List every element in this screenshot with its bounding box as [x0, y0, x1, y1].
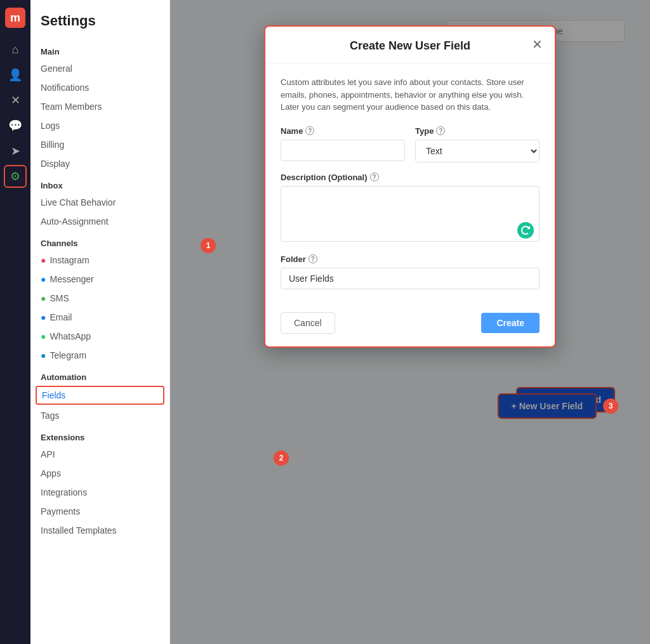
settings-nav-icon[interactable]: ⚙ [4, 165, 27, 188]
modal-header: Create New User Field ✕ [265, 27, 555, 63]
modal-description: Custom attributes let you save info abou… [281, 76, 540, 114]
nav-api[interactable]: API [30, 445, 169, 464]
nav-email[interactable]: ●Email [30, 308, 169, 327]
section-automation: Automation [30, 365, 169, 384]
form-row-name-type: Name ? Type ? Text Number [281, 126, 540, 162]
integrations-icon[interactable]: ✕ [4, 89, 27, 112]
description-textarea[interactable] [281, 186, 540, 242]
create-button[interactable]: Create [481, 313, 540, 333]
send-icon[interactable]: ➤ [4, 140, 27, 162]
cancel-button[interactable]: Cancel [281, 312, 335, 334]
name-help-icon[interactable]: ? [305, 126, 314, 135]
nav-general[interactable]: General [30, 59, 169, 78]
section-extensions: Extensions [30, 425, 169, 445]
annotation-1: 1 [201, 238, 216, 253]
nav-billing[interactable]: Billing [30, 135, 169, 154]
folder-help-icon[interactable]: ? [308, 254, 317, 263]
nav-instagram[interactable]: ●Instagram [30, 251, 169, 270]
textarea-wrapper [281, 186, 540, 244]
nav-notifications[interactable]: Notifications [30, 78, 169, 97]
nav-installed-templates[interactable]: Installed Templates [30, 521, 169, 540]
modal-title: Create New User Field [350, 39, 470, 52]
modal-footer: Cancel Create [265, 302, 555, 346]
description-help-icon[interactable]: ? [370, 173, 379, 181]
nav-apps[interactable]: Apps [30, 464, 169, 483]
left-navigation: Settings Main General Notifications Team… [30, 0, 170, 644]
home-icon[interactable]: ⌂ [4, 38, 27, 61]
nav-display[interactable]: Display [30, 154, 169, 173]
type-label: Type ? [415, 126, 540, 136]
nav-logs[interactable]: Logs [30, 116, 169, 135]
description-label: Description (Optional) ? [281, 173, 540, 182]
name-label: Name ? [281, 126, 405, 136]
nav-telegram[interactable]: ●Telegram [30, 346, 169, 365]
nav-messenger[interactable]: ●Messenger [30, 270, 169, 289]
nav-tags[interactable]: Tags [30, 406, 169, 425]
name-input[interactable] [281, 140, 405, 161]
chat-icon[interactable]: 💬 [4, 114, 27, 137]
contacts-icon[interactable]: 👤 [4, 63, 27, 86]
nav-fields[interactable]: Fields [36, 386, 164, 405]
annotation-3: 3 [603, 398, 618, 414]
form-group-description: Description (Optional) ? [281, 173, 540, 244]
form-group-name: Name ? [281, 126, 405, 162]
nav-payments[interactable]: Payments [30, 502, 169, 521]
type-select[interactable]: Text Number Date Boolean [415, 140, 540, 162]
nav-sms[interactable]: ●SMS [30, 289, 169, 308]
nav-live-chat[interactable]: Live Chat Behavior [30, 193, 169, 212]
section-inbox: Inbox [30, 173, 169, 193]
nav-auto-assignment[interactable]: Auto-Assignment [30, 212, 169, 231]
nav-whatsapp[interactable]: ●WhatsApp [30, 327, 169, 346]
icon-sidebar: m ⌂ 👤 ✕ 💬 ➤ ⚙ [0, 0, 30, 644]
nav-integrations[interactable]: Integrations [30, 483, 169, 502]
modal-body: Custom attributes let you save info abou… [265, 63, 555, 302]
modal-create-user-field: Create New User Field ✕ Custom attribute… [264, 25, 556, 348]
app-logo: m [5, 8, 25, 28]
nav-team-members[interactable]: Team Members [30, 97, 169, 116]
annotation-2: 2 [274, 450, 289, 466]
main-content: + New User Field Create New User Field ✕… [170, 0, 650, 644]
modal-overlay: Create New User Field ✕ Custom attribute… [170, 0, 650, 644]
form-group-type: Type ? Text Number Date Boolean [415, 126, 540, 162]
section-channels: Channels [30, 231, 169, 251]
grammarly-icon [517, 221, 534, 239]
folder-input[interactable] [281, 268, 540, 289]
close-icon[interactable]: ✕ [529, 37, 545, 52]
svg-point-0 [517, 222, 534, 239]
folder-label: Folder ? [281, 254, 540, 264]
section-main: Main [30, 39, 169, 59]
type-help-icon[interactable]: ? [436, 126, 445, 135]
form-group-folder: Folder ? [281, 254, 540, 289]
page-title: Settings [30, 13, 169, 39]
